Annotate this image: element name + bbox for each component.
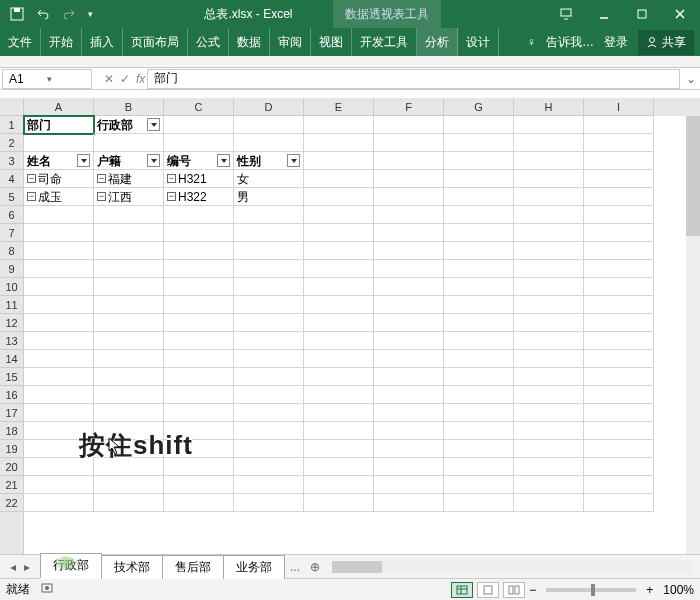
cell[interactable] [444,224,514,242]
cell[interactable] [444,242,514,260]
share-button[interactable]: 共享 [638,30,694,55]
tab-formulas[interactable]: 公式 [188,28,229,56]
cell[interactable] [304,440,374,458]
column-header[interactable]: D [234,98,304,116]
cell[interactable] [24,296,94,314]
cell[interactable] [374,332,444,350]
cell[interactable] [304,134,374,152]
cell[interactable] [234,242,304,260]
row-header[interactable]: 9 [0,260,23,278]
zoom-out-button[interactable]: − [529,583,536,597]
cell[interactable] [304,494,374,512]
cell[interactable] [234,116,304,134]
column-header[interactable]: B [94,98,164,116]
tab-insert[interactable]: 插入 [82,28,123,56]
tab-review[interactable]: 审阅 [270,28,311,56]
cell[interactable] [514,440,584,458]
zoom-slider[interactable] [546,588,636,592]
cell[interactable] [304,332,374,350]
cell[interactable] [444,476,514,494]
cell[interactable]: 女 [234,170,304,188]
cell[interactable] [24,350,94,368]
cell[interactable] [514,152,584,170]
cell[interactable] [444,296,514,314]
cell[interactable] [444,404,514,422]
cell[interactable] [234,224,304,242]
cell[interactable] [94,494,164,512]
filter-dropdown-icon[interactable] [147,118,160,131]
cell[interactable] [374,440,444,458]
view-page-layout-icon[interactable] [477,582,499,598]
cell[interactable] [514,476,584,494]
cell[interactable] [584,152,654,170]
cell[interactable] [374,260,444,278]
cell[interactable] [24,494,94,512]
cell[interactable] [94,260,164,278]
cell[interactable] [444,170,514,188]
tab-page-layout[interactable]: 页面布局 [123,28,188,56]
cell[interactable] [444,368,514,386]
cell[interactable] [304,206,374,224]
filter-dropdown-icon[interactable] [217,154,230,167]
row-header[interactable]: 11 [0,296,23,314]
undo-icon[interactable] [34,5,52,23]
cell[interactable] [514,386,584,404]
cell[interactable] [24,134,94,152]
cell[interactable] [584,332,654,350]
cell[interactable] [164,314,234,332]
cell[interactable] [374,458,444,476]
cell[interactable] [234,404,304,422]
cell[interactable]: 户籍 [94,152,164,170]
vertical-scrollbar[interactable] [686,116,700,554]
cell[interactable] [584,170,654,188]
tab-design[interactable]: 设计 [458,28,499,56]
redo-icon[interactable] [60,5,78,23]
cell[interactable] [514,116,584,134]
cell[interactable] [304,476,374,494]
cell[interactable] [234,458,304,476]
collapse-icon[interactable]: − [27,192,36,201]
cell[interactable] [444,260,514,278]
column-header[interactable]: F [374,98,444,116]
cell[interactable]: −成玉 [24,188,94,206]
column-header[interactable]: E [304,98,374,116]
cell[interactable] [514,458,584,476]
cell[interactable] [304,242,374,260]
tab-developer[interactable]: 开发工具 [352,28,417,56]
cell[interactable]: −江西 [94,188,164,206]
zoom-in-button[interactable]: + [646,583,653,597]
cell[interactable] [24,206,94,224]
horizontal-scrollbar[interactable] [332,561,692,573]
cell[interactable] [514,404,584,422]
cell[interactable] [514,188,584,206]
cell[interactable] [164,224,234,242]
cell[interactable] [304,350,374,368]
cell[interactable] [304,368,374,386]
cell[interactable] [374,368,444,386]
name-box[interactable]: A1 ▾ [2,69,92,89]
view-page-break-icon[interactable] [503,582,525,598]
column-header[interactable]: H [514,98,584,116]
cell[interactable] [514,260,584,278]
cell[interactable]: 姓名 [24,152,94,170]
cell[interactable] [234,350,304,368]
cell[interactable] [514,368,584,386]
cell[interactable] [304,170,374,188]
cell[interactable] [304,422,374,440]
cell[interactable] [444,278,514,296]
cell[interactable] [514,224,584,242]
cell[interactable] [444,440,514,458]
cell[interactable] [584,422,654,440]
cell[interactable] [24,260,94,278]
cell[interactable] [584,368,654,386]
collapse-icon[interactable]: − [97,192,106,201]
expand-formula-bar-icon[interactable]: ⌄ [682,72,700,86]
sheet-tab[interactable]: 行政部 [40,553,102,579]
cell[interactable] [584,314,654,332]
cell[interactable] [234,260,304,278]
cell[interactable] [374,152,444,170]
cell[interactable] [374,224,444,242]
cell[interactable] [164,134,234,152]
cell[interactable] [304,152,374,170]
formula-input[interactable]: 部门 [147,69,680,89]
